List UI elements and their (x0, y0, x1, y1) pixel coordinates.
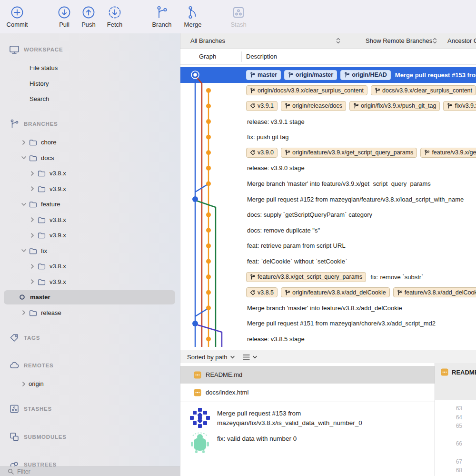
sidebar-label: v3.9.x (50, 278, 66, 285)
commit-row[interactable]: feat: `delCookie` without `setCookie` (180, 253, 476, 269)
toolbar-button-branch[interactable]: Branch (150, 5, 174, 28)
commit-row[interactable]: origin/docs/v3.9.x/clear_surplus_content… (180, 83, 476, 99)
commit-row[interactable]: Merge branch 'master' into feature/v3.9.… (180, 176, 476, 192)
column-description[interactable]: Description (246, 53, 277, 60)
folder-icon (37, 184, 46, 193)
branch-badge[interactable]: origin/fix/v3.9.x/push_git_tag (349, 101, 440, 111)
commit-row[interactable]: master origin/master origin/HEADMerge pu… (180, 67, 476, 83)
chevron-right-icon[interactable] (30, 279, 35, 284)
branch-badge[interactable]: origin/feature/v3.8.x/add_delCookie (281, 287, 390, 297)
chevron-down-icon[interactable] (230, 354, 235, 360)
commit-row[interactable]: Merge branch 'master' into feature/v3.8.… (180, 300, 476, 316)
tag-icon (250, 290, 256, 295)
chevron-right-icon[interactable] (30, 233, 35, 238)
branch-badge[interactable]: origin/feature/v3.9.x/get_script_query_p… (281, 148, 417, 158)
sidebar-item-chore[interactable]: chore (0, 135, 180, 151)
sidebar-item-history[interactable]: History (0, 76, 180, 91)
branch-badge[interactable]: feature/v3.8.x/add_delCookie (393, 287, 476, 297)
toolbar-button-commit[interactable]: Commit (5, 5, 29, 28)
sidebar-item-v3-8-x[interactable]: v3.8.x (0, 259, 180, 274)
commit-row[interactable]: feat: retrieve param from script URL (180, 238, 476, 254)
chevron-down-icon[interactable] (252, 354, 258, 360)
sidebar-label: v3.8.x (50, 170, 66, 177)
sidebar-item-release[interactable]: release (0, 305, 180, 321)
sort-dropdown[interactable]: Sorted by path (187, 354, 228, 361)
tag-badge[interactable]: v3.8.5 (246, 287, 278, 297)
sidebar-item-v3-8-x[interactable]: v3.8.x (0, 166, 180, 182)
column-graph[interactable]: Graph (199, 53, 216, 60)
chevron-right-icon[interactable] (30, 263, 35, 269)
branch-badge[interactable]: origin/HEAD (340, 70, 391, 80)
toolbar-button-pull[interactable]: Pull (52, 5, 76, 28)
chevron-updown-icon[interactable] (432, 38, 437, 44)
sidebar-item-origin[interactable]: origin (0, 376, 180, 392)
sidebar-section-remotes[interactable]: REMOTES (0, 358, 180, 374)
branch-badge[interactable]: origin/master (284, 70, 337, 80)
chevron-down-icon[interactable] (21, 248, 27, 253)
sidebar-section-stashes[interactable]: STASHES (0, 401, 180, 417)
commit-row[interactable]: Merge pull request #151 from mazeyqian/c… (180, 316, 476, 332)
file-row[interactable]: README.md (180, 366, 435, 384)
sidebar-item-search[interactable]: Search (0, 91, 180, 107)
commit-row[interactable]: release: v3.8.5 stage (180, 331, 476, 347)
branch-badge[interactable]: origin/release/docs (281, 101, 346, 111)
chevron-right-icon[interactable] (30, 171, 35, 176)
chevron-right-icon[interactable] (30, 217, 35, 223)
sidebar-section-branches[interactable]: BRANCHES (0, 116, 180, 132)
commit-row[interactable]: feature/v3.8.x/get_script_query_paramsfi… (180, 269, 476, 285)
sidebar-section-workspace[interactable]: WORKSPACE (0, 42, 180, 58)
commit-row[interactable]: release: v3.9.0 stage (180, 161, 476, 176)
commit-row[interactable]: docs: supply `getScriptQueryParam` categ… (180, 207, 476, 223)
commit-row[interactable]: fix: push git tag (180, 129, 476, 145)
branch-icon (375, 88, 380, 93)
sidebar-section-tags[interactable]: TAGS (0, 330, 180, 346)
column-divider[interactable] (241, 51, 242, 62)
tag-badge[interactable]: v3.9.0 (246, 148, 278, 158)
chevron-updown-icon[interactable] (336, 38, 341, 44)
all-branches-dropdown[interactable]: All Branches (190, 37, 225, 44)
toolbar-button-label: Commit (7, 21, 28, 28)
sidebar-item-docs[interactable]: docs (0, 150, 180, 166)
branch-badge[interactable]: origin/docs/v3.9.x/clear_surplus_content (246, 85, 367, 95)
sidebar-item-v3-8-x[interactable]: v3.8.x (0, 212, 180, 228)
chevron-down-icon[interactable] (21, 155, 27, 161)
toolbar-button-fetch[interactable]: Fetch (103, 5, 127, 28)
diff-file-header[interactable]: README.md (435, 363, 476, 400)
commit-row[interactable]: v3.8.5 origin/feature/v3.8.x/add_delCook… (180, 284, 476, 300)
ancestor-order-dropdown[interactable]: Ancestor O (447, 37, 476, 44)
branch-badge[interactable]: docs/v3.9.x/clear_surplus_content (371, 85, 476, 95)
chevron-right-icon[interactable] (21, 310, 27, 315)
sidebar-item-fix[interactable]: fix (0, 243, 180, 259)
sidebar-item-feature[interactable]: feature (0, 197, 180, 213)
file-name: README.md (206, 371, 242, 378)
chevron-right-icon[interactable] (21, 381, 27, 387)
branch-badge[interactable]: feature/v3.9.x/get_script_query_params (420, 148, 476, 158)
sidebar-item-file-status[interactable]: File status (0, 61, 180, 76)
commit-row[interactable]: release: v3.9.1 stage (180, 114, 476, 130)
commit-row[interactable]: v3.9.1 origin/release/docs origin/fix/v3… (180, 98, 476, 114)
tag-badge[interactable]: v3.9.1 (246, 101, 278, 111)
chevron-right-icon[interactable] (30, 186, 35, 192)
chevron-down-icon[interactable] (21, 202, 27, 207)
toolbar-button-merge[interactable]: Merge (181, 5, 205, 28)
branch-badge[interactable]: master (246, 70, 281, 80)
commit-row[interactable]: docs: remove duplicate "s" (180, 223, 476, 238)
sidebar-item-v3-9-x[interactable]: v3.9.x (0, 274, 180, 290)
sidebar-section-submodules[interactable]: SUBMODULES (0, 429, 180, 445)
show-remote-branches-dropdown[interactable]: Show Remote Branches (366, 37, 432, 44)
branch-icon (344, 72, 350, 78)
branch-badge[interactable]: fix/v3.9.x/push_git_tag (443, 101, 476, 111)
list-view-icon[interactable] (243, 354, 250, 360)
filter-input[interactable]: Filter (0, 466, 180, 476)
branch-badge[interactable]: feature/v3.8.x/get_script_query_params (246, 272, 366, 282)
commit-row[interactable]: Merge pull request #152 from mazeyqian/f… (180, 192, 476, 207)
file-row[interactable]: docs/index.html (180, 384, 435, 401)
commit-row[interactable]: v3.9.0 origin/feature/v3.9.x/get_script_… (180, 145, 476, 161)
toolbar-button-push[interactable]: Push (77, 5, 100, 28)
branch-icon (285, 290, 290, 295)
chevron-right-icon[interactable] (21, 140, 27, 145)
sidebar-item-master[interactable]: master (0, 290, 180, 305)
sidebar-item-v3-9-x[interactable]: v3.9.x (0, 181, 180, 197)
sidebar-item-v3-9-x[interactable]: v3.9.x (0, 228, 180, 243)
diff-file-title: README.md (452, 369, 476, 376)
